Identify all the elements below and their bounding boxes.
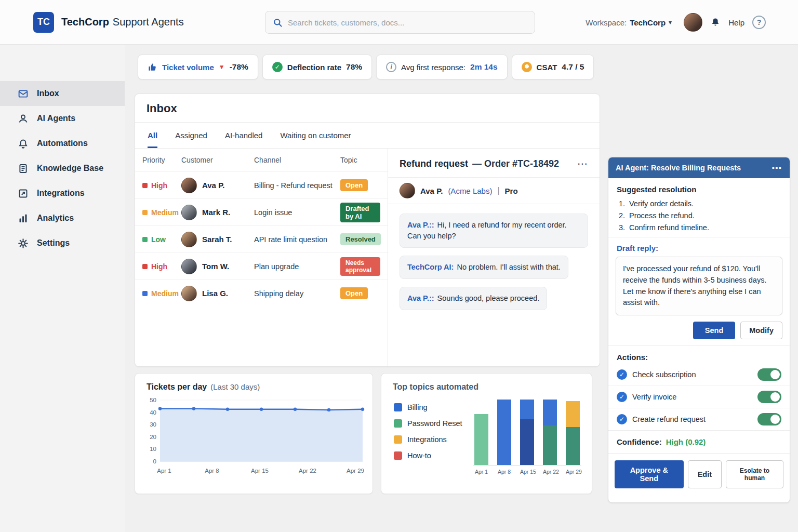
- toggle-verify-invoice[interactable]: [757, 391, 781, 403]
- help-link[interactable]: Help: [728, 18, 744, 27]
- priority-label: Medium: [151, 208, 179, 217]
- tab-all[interactable]: All: [148, 123, 157, 148]
- modify-button[interactable]: Modify: [740, 322, 782, 339]
- thumbs-up-icon: [148, 62, 157, 72]
- user-avatar[interactable]: [684, 13, 702, 32]
- priority-indicator: [142, 291, 148, 296]
- toggle-check-subscription[interactable]: [757, 368, 781, 381]
- brand-title: TechCorp Support Agents: [61, 16, 184, 28]
- kpi-label: Ticket volume: [162, 63, 214, 72]
- customer-cell: Sarah T.: [181, 232, 254, 247]
- table-row[interactable]: Low Sarah T. API rate limit question Res…: [135, 225, 388, 252]
- edit-button[interactable]: Edit: [688, 460, 722, 488]
- brand-subtitle: Support Agents: [113, 16, 184, 28]
- search-bar[interactable]: [265, 11, 535, 34]
- priority-cell: Medium: [142, 289, 181, 298]
- notifications-bell-icon[interactable]: [710, 17, 721, 28]
- svg-text:20: 20: [150, 434, 156, 440]
- ai-agent-panel: AI Agent: Resolve Billing Requests ⋯ Sug…: [608, 157, 790, 503]
- workspace-value: TechCorp: [630, 18, 666, 27]
- separator: |: [497, 186, 499, 195]
- table-row[interactable]: Medium Lisa G. Shipping delay Open: [135, 280, 388, 307]
- kpi-avg-first-response[interactable]: i Avg first response: 2m 14s: [376, 55, 508, 79]
- message-sender: Ava P.::: [407, 221, 434, 229]
- table-header: Priority Customer Channel Topic: [135, 149, 388, 171]
- workspace-selector[interactable]: Workspace: TechCorp ▾: [586, 18, 672, 27]
- bar-segment: [543, 425, 557, 465]
- sidebar-item-settings[interactable]: Settings: [0, 231, 125, 256]
- toggle-create-refund-request[interactable]: [757, 413, 781, 425]
- gear-icon: [18, 238, 29, 249]
- kpi-ticket-volume[interactable]: Ticket volume ▼ -78%: [138, 55, 258, 79]
- inbox-panel: Inbox All Assigned AI-handled Waiting on…: [135, 94, 600, 367]
- customer-avatar: [181, 232, 197, 247]
- bar-segment: [497, 400, 511, 465]
- ai-panel-header: AI Agent: Resolve Billing Requests ⋯: [608, 157, 790, 178]
- sidebar-item-inbox[interactable]: Inbox: [0, 81, 125, 106]
- bar: [543, 400, 557, 465]
- tickets-per-day-card: Tickets per day (Last 30 days) 010203040…: [135, 373, 373, 494]
- draft-reply-label: Draft reply:: [608, 237, 790, 257]
- tab-ai-handled[interactable]: AI-handled: [225, 123, 263, 148]
- bar-segment: [543, 400, 557, 425]
- sidebar-item-ai-agents[interactable]: AI Agents: [0, 106, 125, 131]
- customer-name: Lisa G.: [202, 289, 228, 298]
- sidebar-item-label: AI Agents: [37, 114, 75, 123]
- approve-send-button[interactable]: Approve & Send: [615, 460, 684, 488]
- sidebar-item-label: Analytics: [37, 214, 74, 223]
- csat-icon: [522, 62, 532, 72]
- svg-text:Apr 15: Apr 15: [251, 468, 269, 474]
- status-badge: Open: [340, 179, 368, 191]
- status-badge: Needs approval: [340, 257, 380, 276]
- kpi-label: Avg first response:: [401, 63, 466, 72]
- conversation-customer-row: Ava P. (Acme Labs) | Pro: [388, 178, 600, 204]
- chart-title-row: Tickets per day (Last 30 days): [135, 374, 373, 393]
- sidebar-item-knowledge-base[interactable]: Knowledge Base: [0, 156, 125, 181]
- search-input[interactable]: [288, 18, 535, 27]
- bar: [520, 400, 534, 465]
- resolution-step: Confirm refund timeline.: [627, 223, 790, 232]
- kpi-label: Deflection rate: [287, 63, 341, 72]
- topic-cell: Open: [340, 179, 380, 191]
- kpi-deflection-rate[interactable]: ✓ Deflection rate 78%: [262, 55, 372, 79]
- column-channel: Channel: [254, 156, 340, 164]
- bar-label: Apr 1: [474, 469, 488, 475]
- priority-indicator: [142, 237, 148, 242]
- table-row[interactable]: High Ava P. Billing - Refund request Ope…: [135, 171, 388, 198]
- integration-arrow-icon: [18, 188, 29, 199]
- legend-swatch: [394, 419, 402, 428]
- table-row[interactable]: Medium Mark R. Login issue Drafted by AI: [135, 198, 388, 225]
- table-row[interactable]: High Tom W. Plan upgrade Needs approval: [135, 252, 388, 280]
- legend-label: How-to: [407, 451, 431, 460]
- chart-title-row: Top topics automated: [381, 374, 592, 393]
- bar: [474, 414, 488, 465]
- legend-item: Password Reset: [394, 419, 462, 428]
- channel-cell: Shipping delay: [254, 289, 340, 298]
- sidebar-item-automations[interactable]: Automations: [0, 131, 125, 156]
- legend-swatch: [394, 435, 402, 444]
- action-label: Verify invoice: [632, 393, 752, 401]
- more-menu-icon[interactable]: ⋯: [577, 157, 588, 170]
- draft-reply-textbox[interactable]: I've processed your refund of $120. You'…: [616, 257, 782, 315]
- chat-message: Ava P.::Sounds good, please proceed.: [400, 287, 547, 310]
- send-button[interactable]: Send: [693, 322, 735, 339]
- sidebar-item-analytics[interactable]: Analytics: [0, 206, 125, 231]
- help-question-icon[interactable]: ?: [752, 16, 766, 29]
- legend-label: Billing: [407, 403, 428, 411]
- priority-indicator: [142, 264, 148, 269]
- page-title: Inbox: [135, 94, 600, 123]
- kpi-csat[interactable]: CSAT 4.7 / 5: [512, 55, 594, 79]
- sidebar-item-integrations[interactable]: Integrations: [0, 181, 125, 206]
- escalate-to-human-button[interactable]: Esolate to human: [726, 460, 783, 488]
- customer-company[interactable]: (Acme Labs): [448, 187, 492, 195]
- legend-item: How-to: [394, 451, 462, 460]
- bar-label: Apr 15: [520, 469, 534, 475]
- tab-assigned[interactable]: Assigned: [175, 123, 207, 148]
- more-menu-icon[interactable]: ⋯: [772, 162, 782, 174]
- kpi-value: 2m 14s: [470, 62, 498, 72]
- priority-label: High: [151, 262, 167, 271]
- priority-label: Low: [151, 235, 166, 244]
- tab-waiting-on-customer[interactable]: Waiting on customer: [280, 123, 351, 148]
- inbox-tabs: All Assigned AI-handled Waiting on custo…: [135, 123, 600, 149]
- confidence-label: Confidence:: [617, 437, 662, 446]
